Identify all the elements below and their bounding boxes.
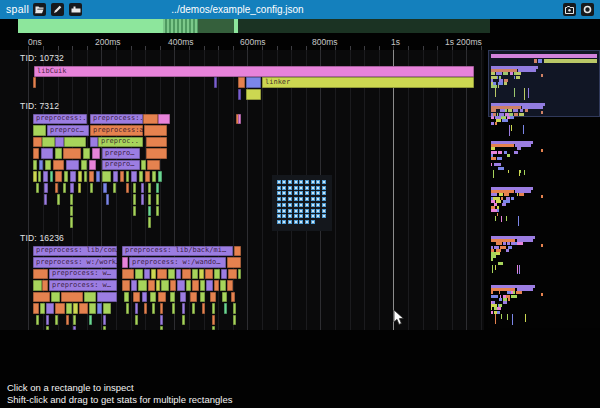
flame-bar[interactable]: [84, 171, 87, 182]
flame-bar[interactable]: [214, 77, 217, 88]
flame-bar[interactable]: [83, 148, 90, 159]
flame-bar[interactable]: [103, 315, 106, 326]
flame-bar[interactable]: [126, 183, 129, 194]
flame-bar[interactable]: preproc..: [98, 137, 143, 148]
flame-bar[interactable]: [33, 148, 39, 159]
flame-bar[interactable]: prepro…: [102, 148, 140, 159]
flame-bar[interactable]: [143, 114, 158, 125]
flame-bar[interactable]: [172, 303, 175, 314]
flame-bar[interactable]: [133, 292, 140, 303]
flame-bar[interactable]: [73, 303, 78, 314]
flame-bar[interactable]: [133, 194, 136, 205]
flame-bar[interactable]: [139, 171, 143, 182]
flame-bar[interactable]: [158, 171, 162, 182]
flame-bar[interactable]: [212, 315, 215, 326]
flame-bar[interactable]: [238, 77, 245, 88]
flame-bar[interactable]: [131, 171, 137, 182]
flame-bar[interactable]: [55, 148, 62, 159]
flame-bar[interactable]: [39, 160, 43, 171]
flame-bar[interactable]: [33, 77, 36, 88]
flame-bar[interactable]: [221, 269, 227, 280]
flame-bar[interactable]: [176, 269, 181, 280]
flame-bar[interactable]: preproc…: [47, 125, 89, 136]
flame-bar[interactable]: [148, 280, 155, 291]
overview-segment[interactable]: [238, 19, 490, 33]
flame-bar[interactable]: [73, 326, 76, 330]
open-file-button[interactable]: [33, 3, 46, 16]
flame-bar[interactable]: [78, 183, 81, 194]
flame-bar[interactable]: [122, 280, 130, 291]
flame-bar[interactable]: [151, 269, 156, 280]
flame-bar[interactable]: [81, 160, 87, 171]
flame-bar[interactable]: [214, 280, 219, 291]
flame-bar[interactable]: [234, 246, 241, 257]
flame-bar[interactable]: [238, 114, 241, 125]
flame-bar[interactable]: libCuik: [34, 66, 474, 77]
screenshot-button[interactable]: [563, 3, 576, 16]
flame-bar[interactable]: [66, 160, 79, 171]
flame-bar[interactable]: [55, 137, 64, 148]
flame-bar[interactable]: [158, 114, 170, 125]
flame-bar[interactable]: preprocess: w…: [49, 280, 117, 291]
flame-bar[interactable]: [224, 303, 227, 314]
flame-bar[interactable]: preprocess:a…: [90, 125, 143, 136]
flame-bar[interactable]: [44, 194, 47, 205]
flame-bar[interactable]: [33, 303, 39, 314]
flame-bar[interactable]: [158, 292, 166, 303]
flame-bar[interactable]: [168, 269, 175, 280]
flame-bar[interactable]: [50, 171, 53, 182]
flame-bar[interactable]: [156, 280, 160, 291]
flame-bar[interactable]: [135, 315, 138, 326]
flame-bar[interactable]: [70, 217, 73, 228]
flame-bar[interactable]: [156, 206, 159, 217]
flame-bar[interactable]: [133, 206, 136, 217]
flame-bar[interactable]: [40, 303, 45, 314]
flame-bar[interactable]: [192, 269, 198, 280]
flame-bar[interactable]: [97, 303, 102, 314]
flame-bar[interactable]: [46, 303, 54, 314]
overview-segment[interactable]: [198, 19, 234, 33]
flame-bar[interactable]: [133, 183, 136, 194]
flame-bar[interactable]: [180, 292, 186, 303]
flame-bar[interactable]: [103, 326, 106, 330]
flame-bar[interactable]: [182, 269, 191, 280]
flame-bar[interactable]: [64, 171, 68, 182]
flame-bar[interactable]: [131, 280, 137, 291]
flame-bar[interactable]: [55, 303, 65, 314]
flame-bar[interactable]: [113, 171, 118, 182]
flame-bar[interactable]: [227, 280, 233, 291]
measure-button[interactable]: [69, 3, 82, 16]
flame-bar[interactable]: [45, 160, 51, 171]
flame-bar[interactable]: [160, 326, 163, 330]
flame-bar[interactable]: [200, 280, 205, 291]
flame-bar[interactable]: [160, 315, 163, 326]
flame-bar[interactable]: [148, 183, 151, 194]
flame-bar[interactable]: [38, 171, 41, 182]
flame-bar[interactable]: [231, 292, 235, 303]
flame-bar[interactable]: [55, 183, 58, 194]
flame-bar[interactable]: [61, 292, 83, 303]
flame-bar[interactable]: [70, 171, 76, 182]
flame-bar[interactable]: [66, 303, 72, 314]
flame-bar[interactable]: [138, 280, 147, 291]
flame-bar[interactable]: preprocess:..: [33, 114, 87, 125]
flame-bar[interactable]: preprocess: lib/back/mi…: [122, 246, 233, 257]
flame-bar[interactable]: [145, 171, 150, 182]
flame-bar[interactable]: [186, 280, 191, 291]
flame-bar[interactable]: [57, 194, 60, 205]
flame-bar[interactable]: [70, 206, 73, 217]
flame-bar[interactable]: [141, 183, 144, 194]
flame-bar[interactable]: [33, 160, 37, 171]
flame-bar[interactable]: [103, 183, 107, 194]
flame-bar[interactable]: [152, 171, 156, 182]
flame-bar[interactable]: [157, 269, 167, 280]
flame-bar[interactable]: [212, 326, 215, 330]
flame-bar[interactable]: [227, 257, 241, 268]
flame-bar[interactable]: linker: [262, 77, 474, 88]
flame-bar[interactable]: [144, 125, 167, 136]
flame-bar[interactable]: [214, 269, 220, 280]
flame-bar[interactable]: [190, 292, 197, 303]
flame-bar[interactable]: [177, 280, 185, 291]
flame-bar[interactable]: [122, 257, 128, 268]
flame-bar[interactable]: preprocess: w:/work…: [33, 257, 117, 268]
